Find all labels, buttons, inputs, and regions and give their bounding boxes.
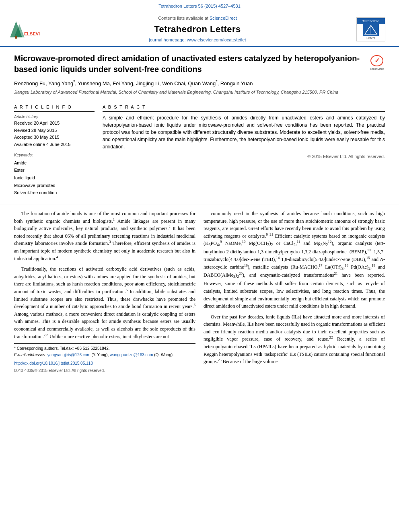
issn-line: 0040-4039/© 2015 Elsevier Ltd. All right… xyxy=(14,368,195,374)
keyword-ionic: Ionic liquid xyxy=(14,174,95,182)
keyword-ester: Ester xyxy=(14,166,95,174)
revised-date: Revised 28 May 2015 xyxy=(14,127,95,134)
journal-title: Tetrahedron Letters xyxy=(48,23,347,36)
body-left-column: The formation of amide bonds is one of t… xyxy=(14,210,195,374)
title-crossmark-row: Microwave-promoted direct amidation of u… xyxy=(14,53,385,75)
article-info-label: A R T I C L E I N F O xyxy=(14,104,95,112)
author-renzhong: Renzhong Fu, Yang Yang xyxy=(14,80,73,86)
accepted-date: Accepted 30 May 2015 xyxy=(14,134,95,141)
footnote-email: E-mail addresses: yangyangjiris@126.com … xyxy=(14,352,195,358)
copyright-line: © 2015 Elsevier Ltd. All rights reserved… xyxy=(103,154,385,160)
body-right-para-1: commonly used in the synthesis of amides… xyxy=(204,210,385,310)
keywords-label: Keywords: xyxy=(14,152,95,158)
elsevier-logo-svg: ELSEVIER xyxy=(8,19,40,39)
footnote-section: * Corresponding authors. Tel./fax: +86 5… xyxy=(14,343,195,374)
affiliation-line: Jiangsu Laboratory of Advanced Functiona… xyxy=(14,89,385,95)
contents-label: Contents lists available at xyxy=(158,16,208,21)
journal-citation-text: Tetrahedron Letters 56 (2015) 4527–4531 xyxy=(158,4,241,8)
abstract-text: A simple and efficient procedure for the… xyxy=(103,114,385,150)
journal-homepage: journal homepage: www.elsevier.com/locat… xyxy=(48,37,347,43)
article-history-block: Article history: Received 20 April 2015 … xyxy=(14,114,95,148)
available-date: Available online 4 June 2015 xyxy=(14,141,95,148)
tetrahedron-logo-box: Tetrahedron Letters xyxy=(356,17,385,41)
elsevier-logo-section: ELSEVIER xyxy=(8,22,40,36)
body-para-1: The formation of amide bonds is one of t… xyxy=(14,210,195,262)
journal-header: ELSEVIER Contents lists available at Sci… xyxy=(0,11,399,47)
keywords-block: Keywords: Amide Ester Ionic liquid Micro… xyxy=(14,152,95,197)
logo-top-text: Tetrahedron xyxy=(357,18,385,24)
authors-line: Renzhong Fu, Yang Yang*, Yunsheng Ma, Fe… xyxy=(14,79,385,88)
doi-line: http://dx.doi.org/10.1016/j.tetlet.2015.… xyxy=(14,360,195,367)
abstract-label: A B S T R A C T xyxy=(103,104,385,112)
svg-rect-3 xyxy=(15,36,17,39)
article-title-section: Microwave-promoted direct amidation of u… xyxy=(0,47,399,100)
keyword-microwave: Microwave-promoted xyxy=(14,182,95,189)
contents-available-line: Contents lists available at ScienceDirec… xyxy=(48,15,347,21)
page: Tetrahedron Letters 56 (2015) 4527–4531 … xyxy=(0,0,399,532)
received-date: Received 20 April 2015 xyxy=(14,120,95,127)
article-title: Microwave-promoted direct amidation of u… xyxy=(14,53,369,75)
main-body: The formation of amide bonds is one of t… xyxy=(0,205,399,378)
abstract-column: A B S T R A C T A simple and efficient p… xyxy=(103,104,385,201)
article-info-column: A R T I C L E I N F O Article history: R… xyxy=(14,104,95,201)
crossmark-label: CrossMark xyxy=(370,67,384,71)
crossmark-icon: ✓ xyxy=(370,55,383,66)
body-right-para-2: Over the past few decades, ionic liquids… xyxy=(204,313,385,366)
elsevier-logo: ELSEVIER xyxy=(8,22,40,36)
history-label: Article history: xyxy=(14,114,95,120)
journal-info-center: Contents lists available at ScienceDirec… xyxy=(40,15,355,43)
logo-bottom-text: Letters xyxy=(366,36,375,40)
body-right-column: commonly used in the synthesis of amides… xyxy=(204,210,385,374)
sciencedirect-link[interactable]: ScienceDirect xyxy=(210,16,237,21)
tetrahedron-logo-graphic xyxy=(363,24,379,36)
journal-citation-bar: Tetrahedron Letters 56 (2015) 4527–4531 xyxy=(0,0,399,11)
journal-logo-right: Tetrahedron Letters xyxy=(355,17,387,41)
keyword-amide: Amide xyxy=(14,159,95,167)
info-abstract-section: A R T I C L E I N F O Article history: R… xyxy=(0,100,399,205)
body-para-2: Traditionally, the reactions of activate… xyxy=(14,265,195,340)
svg-text:ELSEVIER: ELSEVIER xyxy=(24,31,40,36)
crossmark-badge: ✓ CrossMark xyxy=(369,55,385,71)
keyword-solventfree: Solvent-free condition xyxy=(14,189,95,197)
footnote-star: * Corresponding authors. Tel./fax: +86 5… xyxy=(14,346,195,351)
